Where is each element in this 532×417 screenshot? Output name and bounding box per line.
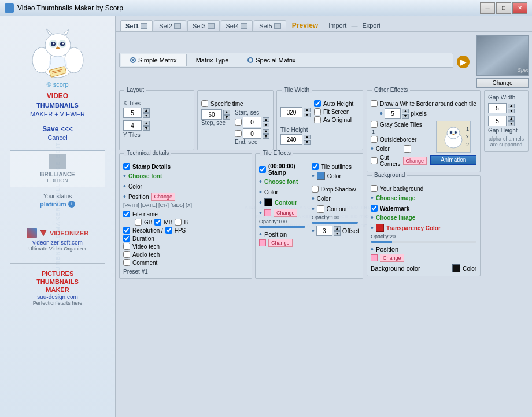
change-btn-tech[interactable]: Change (151, 193, 175, 201)
end-up[interactable]: ▲ (263, 129, 269, 134)
pixels-down[interactable]: ▼ (402, 114, 409, 119)
offset-input[interactable] (316, 226, 332, 236)
end-down[interactable]: ▼ (263, 134, 269, 139)
start-down[interactable]: ▼ (263, 123, 269, 127)
wm-opacity-slider[interactable] (371, 241, 476, 243)
tab-simple-matrix[interactable]: Simple Matrix (121, 54, 187, 66)
your-bg-checkbox[interactable] (371, 185, 378, 192)
gap-height-down[interactable]: ▼ (508, 121, 515, 126)
gap-width-input[interactable] (488, 103, 507, 113)
fps-checkbox[interactable] (165, 227, 172, 234)
stamp-contour-label[interactable]: Contour (275, 200, 297, 206)
cancel-button[interactable]: Cancel (47, 134, 67, 141)
save-button[interactable]: Save <<< (42, 125, 72, 133)
stamp-checkbox[interactable] (259, 166, 266, 173)
white-border-checkbox[interactable] (371, 100, 378, 107)
resolution-checkbox[interactable] (123, 227, 130, 234)
shadow-contour-checkbox[interactable] (317, 205, 324, 213)
radio-special-matrix[interactable] (247, 57, 253, 63)
tab-preview[interactable]: Preview (287, 20, 323, 31)
step-down[interactable]: ▼ (223, 115, 230, 120)
minimize-button[interactable]: ─ (480, 2, 495, 14)
offset-down[interactable]: ▼ (334, 231, 341, 236)
choose-image-btn[interactable]: Choose image (376, 195, 415, 201)
stamp-change-btn[interactable]: Change (274, 209, 298, 217)
bg-change-btn[interactable]: Change (380, 254, 404, 262)
tab-import[interactable]: Import (324, 20, 351, 31)
choose-image2-btn[interactable]: Choose image (376, 215, 415, 221)
transparency-color-btn[interactable]: Transparency Color (386, 225, 441, 231)
tab-set2[interactable]: Set2 (154, 20, 186, 31)
bg-color-btn[interactable]: Color (452, 264, 476, 272)
tab-set5[interactable]: Set5 (254, 20, 286, 31)
duration-checkbox[interactable] (123, 235, 130, 242)
b-checkbox[interactable] (175, 219, 182, 226)
comment-checkbox[interactable] (123, 259, 130, 266)
as-original-checkbox[interactable] (314, 116, 321, 123)
tile-width-up[interactable]: ▲ (304, 108, 311, 112)
y-tiles-down[interactable]: ▼ (143, 126, 150, 131)
specific-time-checkbox[interactable] (201, 100, 208, 107)
fit-screen-checkbox[interactable] (314, 108, 321, 115)
drop-shadow-checkbox[interactable] (312, 186, 319, 193)
start-input[interactable] (243, 117, 261, 127)
tab-set4[interactable]: Set4 (221, 20, 253, 31)
info-icon[interactable]: i (68, 201, 75, 208)
end-checkbox[interactable] (235, 130, 242, 137)
gap-width-down[interactable]: ▼ (508, 109, 515, 113)
y-tiles-up[interactable]: ▲ (143, 121, 150, 126)
x-tiles-down[interactable]: ▼ (143, 113, 150, 118)
tile-height-up[interactable]: ▲ (304, 135, 311, 139)
stamp-change2-btn[interactable]: Change (268, 239, 293, 247)
tile-outlines-checkbox[interactable] (312, 163, 319, 170)
pixels-input[interactable] (385, 108, 401, 119)
start-checkbox[interactable] (235, 119, 242, 126)
stamp-opacity-slider[interactable] (259, 226, 305, 228)
videonizer-link[interactable]: videonizer-soft.com (27, 239, 88, 246)
radio-simple-matrix[interactable] (130, 57, 136, 63)
gb-checkbox[interactable] (135, 219, 142, 226)
offset-up[interactable]: ▲ (334, 226, 341, 231)
file-name-checkbox[interactable] (123, 211, 130, 217)
x-tiles-up[interactable]: ▲ (143, 108, 150, 113)
tile-width-input[interactable] (280, 107, 302, 117)
step-input[interactable] (201, 109, 222, 120)
tab-set3[interactable]: Set3 (187, 20, 220, 31)
maximize-button[interactable]: □ (496, 2, 511, 14)
cut-corners-change[interactable]: Change (403, 157, 427, 165)
pictures-link[interactable]: suu-design.com (33, 294, 83, 300)
arrow-right-button[interactable]: ▶ (457, 56, 470, 68)
mb-checkbox[interactable] (154, 219, 161, 226)
tile-height-input[interactable] (280, 134, 302, 145)
step-up[interactable]: ▲ (223, 110, 230, 115)
gap-height-input[interactable] (488, 116, 507, 126)
effects-color-checkbox[interactable] (404, 145, 411, 153)
tile-width-down[interactable]: ▼ (304, 113, 311, 117)
close-button[interactable]: ✕ (512, 2, 527, 14)
stamp-details-checkbox[interactable] (123, 163, 130, 170)
start-up[interactable]: ▲ (263, 117, 269, 122)
gap-height-up[interactable]: ▲ (508, 116, 515, 121)
tab-special-matrix[interactable]: Special Matrix (238, 54, 305, 66)
shadow-opacity-slider[interactable] (312, 222, 358, 224)
animation-button[interactable]: Animation (430, 155, 476, 165)
tab-set1[interactable]: Set1 (120, 20, 153, 31)
video-tech-checkbox[interactable] (123, 243, 130, 250)
watermark-checkbox[interactable] (371, 205, 378, 212)
y-tiles-input[interactable] (123, 120, 142, 131)
gap-width-up[interactable]: ▲ (508, 104, 515, 108)
pixels-up[interactable]: ▲ (402, 109, 409, 113)
tab-export[interactable]: Export (357, 20, 385, 31)
cut-corners-checkbox[interactable] (371, 157, 378, 164)
tab-matrix-type[interactable]: Matrix Type (187, 54, 239, 66)
auto-height-checkbox[interactable] (314, 100, 321, 107)
change-preview-button[interactable]: Change (476, 78, 529, 88)
gray-scale-checkbox[interactable] (371, 121, 378, 128)
outside-border-checkbox[interactable] (371, 136, 378, 143)
choose-font-label[interactable]: Choose font (128, 173, 162, 179)
stamp-choose-font[interactable]: Choose font (264, 179, 298, 185)
tile-height-down[interactable]: ▼ (304, 140, 311, 145)
x-tiles-input[interactable] (123, 108, 142, 118)
end-input[interactable] (243, 128, 261, 139)
audio-tech-checkbox[interactable] (123, 251, 130, 258)
